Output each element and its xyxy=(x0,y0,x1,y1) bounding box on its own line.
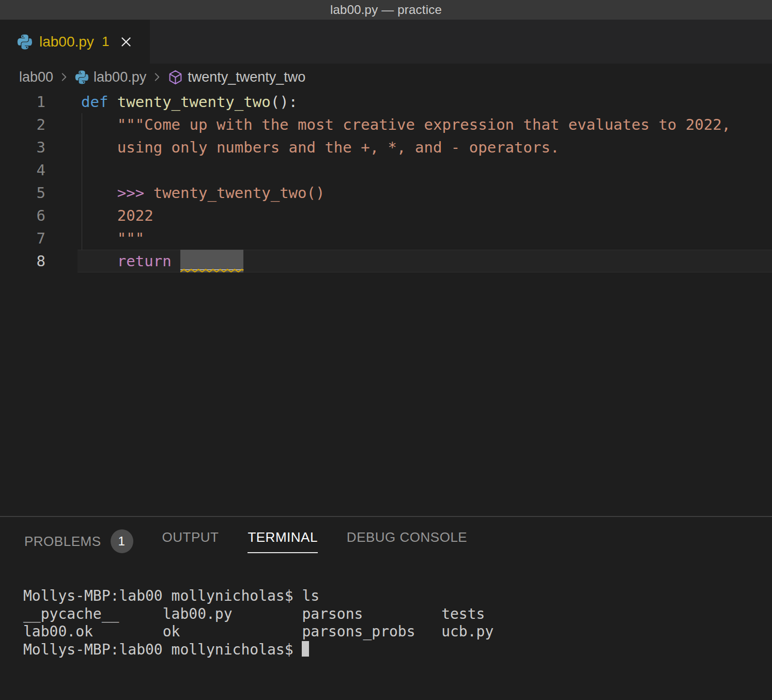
code-line: 1def twenty_twenty_two(): xyxy=(0,90,772,113)
close-icon[interactable] xyxy=(119,35,133,49)
code-editor[interactable]: 1def twenty_twenty_two():2 """Come up wi… xyxy=(0,90,772,516)
code-line-current: 8 return _______ xyxy=(0,250,772,272)
code-text[interactable]: 2022 xyxy=(81,204,153,227)
tab-problem-count: 1 xyxy=(102,34,109,50)
terminal-line: Mollys-MBP:lab00 mollynicholas$ xyxy=(23,641,772,659)
panel-tab-label: OUTPUT xyxy=(162,529,219,545)
selected-placeholder: _______ xyxy=(180,250,243,272)
code-line: 3 using only numbers and the +, *, and -… xyxy=(0,136,772,159)
python-icon xyxy=(75,70,89,84)
breadcrumb: lab00 lab00.py twenty_twenty_two xyxy=(0,64,772,90)
terminal-text: __pycache__ lab00.py parsons tests xyxy=(23,605,485,622)
line-number[interactable]: 3 xyxy=(0,136,45,159)
terminal-text: Mollys-MBP:lab00 mollynicholas$ ls xyxy=(23,587,319,604)
tab-lab00py[interactable]: lab00.py 1 xyxy=(0,20,150,64)
code-line: 7 """ xyxy=(0,227,772,250)
problems-count-badge: 1 xyxy=(111,529,133,553)
panel-tab-label: PROBLEMS xyxy=(24,534,101,550)
code-line: 2 """Come up with the most creative expr… xyxy=(0,113,772,136)
python-icon xyxy=(17,34,33,50)
breadcrumb-file[interactable]: lab00.py xyxy=(94,69,146,85)
terminal-line: __pycache__ lab00.py parsons tests xyxy=(23,605,772,623)
bottom-panel: PROBLEMS1OUTPUTTERMINALDEBUG CONSOLE Mol… xyxy=(0,516,772,700)
editor-tab-strip: lab00.py 1 xyxy=(0,20,772,64)
window-titlebar[interactable]: lab00.py — practice xyxy=(0,0,772,20)
window-title: lab00.py — practice xyxy=(330,3,442,17)
panel-tab-label: TERMINAL xyxy=(248,529,317,545)
panel-tab-debug-console[interactable]: DEBUG CONSOLE xyxy=(347,529,467,553)
terminal-text: Mollys-MBP:lab00 mollynicholas$ xyxy=(23,641,302,658)
terminal-text: lab00.ok ok parsons_probs ucb.py xyxy=(23,623,493,640)
terminal-cursor xyxy=(302,641,309,657)
panel-tab-label: DEBUG CONSOLE xyxy=(347,529,467,545)
panel-tab-terminal[interactable]: TERMINAL xyxy=(248,529,317,553)
code-text[interactable]: """Come up with the most creative expres… xyxy=(81,113,731,136)
line-number[interactable]: 8 xyxy=(0,250,45,272)
code-text[interactable]: using only numbers and the +, *, and - o… xyxy=(81,136,559,159)
line-number[interactable]: 2 xyxy=(0,113,45,136)
panel-tab-problems[interactable]: PROBLEMS1 xyxy=(24,529,133,561)
code-lines: 1def twenty_twenty_two():2 """Come up wi… xyxy=(0,90,772,272)
terminal-output[interactable]: Mollys-MBP:lab00 mollynicholas$ ls__pyca… xyxy=(0,561,772,659)
tab-filename: lab00.py xyxy=(39,34,94,50)
symbol-method-icon xyxy=(168,70,183,85)
code-text[interactable]: >>> twenty_twenty_two() xyxy=(81,181,325,204)
line-number[interactable]: 6 xyxy=(0,204,45,227)
chevron-right-icon xyxy=(58,71,70,83)
panel-tab-output[interactable]: OUTPUT xyxy=(162,529,219,553)
code-text[interactable]: """ xyxy=(81,227,144,250)
line-number[interactable]: 1 xyxy=(0,90,45,113)
code-line: 4 xyxy=(0,159,772,181)
code-line: 6 2022 xyxy=(0,204,772,227)
line-number[interactable]: 5 xyxy=(0,181,45,204)
line-number[interactable]: 4 xyxy=(0,159,45,181)
code-text[interactable]: def twenty_twenty_two(): xyxy=(81,90,298,113)
breadcrumb-folder[interactable]: lab00 xyxy=(19,69,53,85)
terminal-line: lab00.ok ok parsons_probs ucb.py xyxy=(23,623,772,641)
warning-squiggle xyxy=(180,269,243,273)
line-number[interactable]: 7 xyxy=(0,227,45,250)
chevron-right-icon xyxy=(151,71,163,83)
terminal-line: Mollys-MBP:lab00 mollynicholas$ ls xyxy=(23,587,772,605)
breadcrumb-symbol[interactable]: twenty_twenty_two xyxy=(188,69,305,85)
code-text[interactable]: return _______ xyxy=(81,250,243,272)
code-line: 5 >>> twenty_twenty_two() xyxy=(0,181,772,204)
panel-tab-bar: PROBLEMS1OUTPUTTERMINALDEBUG CONSOLE xyxy=(0,517,772,561)
